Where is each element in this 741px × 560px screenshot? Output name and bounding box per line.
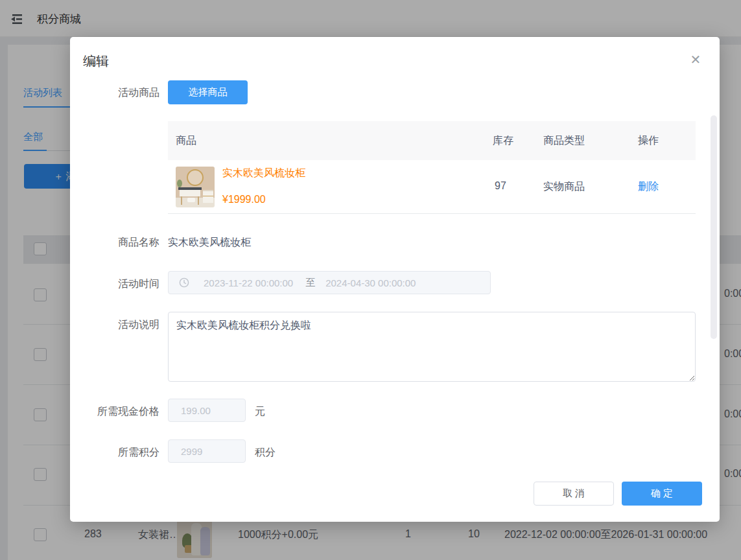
product-table-row: 实木欧美风梳妆柜 ¥1999.00 97 实物商品 删除 <box>168 160 696 214</box>
field-label-name: 商品名称 <box>82 236 159 250</box>
date-range-input[interactable]: 2023-11-22 00:00:00 至 2024-04-30 00:00:0… <box>168 271 491 294</box>
col-product: 商品 <box>176 134 196 148</box>
product-name-value: 实木欧美风梳妆柜 <box>168 236 251 250</box>
col-action: 操作 <box>638 134 659 148</box>
selected-product-table: 商品 库存 商品类型 操作 实木欧美风梳妆柜 ¥1999.00 97 实物商品 … <box>168 121 696 214</box>
points-unit: 积分 <box>255 446 276 460</box>
confirm-button[interactable]: 确 定 <box>622 482 702 506</box>
field-label-product: 活动商品 <box>82 86 159 100</box>
field-label-time: 活动时间 <box>82 277 159 291</box>
clock-icon <box>179 277 189 288</box>
cash-price-input[interactable] <box>168 399 246 422</box>
field-label-description: 活动说明 <box>82 318 159 332</box>
leg-decor <box>181 196 182 205</box>
delete-link[interactable]: 删除 <box>638 180 659 194</box>
col-type: 商品类型 <box>543 134 585 148</box>
dialog-scrollbar-thumb[interactable] <box>711 115 717 339</box>
field-label-points: 所需积分 <box>82 446 159 460</box>
description-textarea[interactable]: 实木欧美风梳妆柜积分兑换啦 <box>168 312 696 382</box>
date-separator: 至 <box>305 277 315 289</box>
product-price: ¥1999.00 <box>222 194 266 205</box>
plant-decor <box>177 180 182 187</box>
mirror-decor <box>187 169 204 186</box>
cabinet-decor <box>203 190 213 203</box>
col-stock: 库存 <box>493 134 513 148</box>
edit-dialog: 编辑 ✕ 活动商品 选择商品 商品 库存 商品类型 操作 实木欧美风梳妆柜 <box>70 37 720 522</box>
table-body-decor <box>180 190 200 196</box>
select-product-button[interactable]: 选择商品 <box>168 80 248 104</box>
product-table-header: 商品 库存 商品类型 操作 <box>168 121 696 160</box>
product-stock: 97 <box>495 180 506 192</box>
cash-unit: 元 <box>255 405 265 419</box>
product-thumbnail <box>176 167 215 207</box>
date-end-value: 2024-04-30 00:00:00 <box>325 277 416 288</box>
product-type: 实物商品 <box>543 180 585 194</box>
leg-decor <box>198 196 199 205</box>
close-icon[interactable]: ✕ <box>686 50 705 69</box>
points-input[interactable] <box>168 439 246 463</box>
product-name-link[interactable]: 实木欧美风梳妆柜 <box>222 167 305 180</box>
date-start-value: 2023-11-22 00:00:00 <box>204 277 293 288</box>
field-label-cash: 所需现金价格 <box>82 405 159 419</box>
dialog-title: 编辑 <box>83 52 109 70</box>
stool-decor <box>187 198 195 202</box>
cancel-button[interactable]: 取 消 <box>534 482 614 506</box>
cabinet-line-decor <box>203 196 213 196</box>
